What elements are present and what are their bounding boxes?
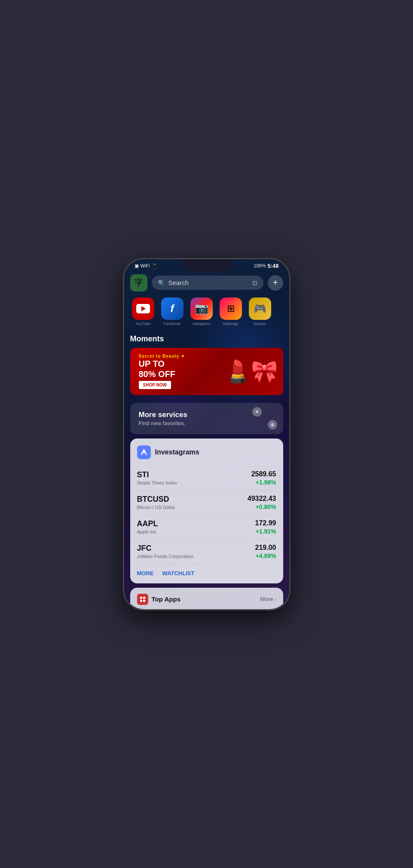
stock-row-sti[interactable]: STI Straits Times Index 2589.65 +1.98% [137, 466, 276, 491]
shortcut-label-multi: MultiApp [223, 322, 238, 326]
shortcut-label-game: Games [254, 322, 266, 326]
stock-row-jfc[interactable]: JFC Jollibee Foods Corporation 219.00 +4… [137, 540, 276, 564]
dot-4 [143, 600, 145, 602]
scan-icon[interactable]: ⊡ [252, 279, 257, 286]
shortcut-item-multi[interactable]: ⊞ MultiApp [218, 298, 244, 326]
more-services-card[interactable]: ✕ ⊕ More services Find new favorites. [130, 403, 283, 434]
aapl-symbol: AAPL [137, 519, 158, 528]
banner-decoration: 💄🎀 [219, 348, 283, 395]
status-left-icons: ▣ WiFi 📱 [135, 263, 158, 269]
top-apps-title: Top Apps [152, 595, 181, 603]
svg-point-0 [143, 451, 145, 453]
stock-right-sti: 2589.65 +1.98% [251, 470, 276, 486]
shortcut-item-youtube[interactable]: YouTube [130, 298, 156, 326]
watchlist-link[interactable]: WATCHLIST [162, 570, 195, 577]
shortcut-label-instagram: Instagram [193, 322, 210, 326]
moments-title: Moments [130, 334, 283, 344]
aapl-price: 172.99 [255, 519, 276, 527]
banner-main-text: UP TO80% OFF [139, 359, 185, 379]
sti-price: 2589.65 [251, 470, 276, 478]
stock-left-btcusd: BTCUSD Bitcoin / US Dollar [137, 495, 175, 510]
top-apps-left: Top Apps [137, 594, 181, 605]
stock-left-aapl: AAPL Apple Inc [137, 519, 158, 534]
top-apps-header: Top Apps More › [137, 594, 276, 605]
dot-3 [140, 600, 142, 602]
btcusd-change: +0.80% [256, 503, 276, 510]
sti-change: +1.98% [256, 479, 276, 486]
stock-left-sti: STI Straits Times Index [137, 470, 177, 485]
stock-right-jfc: 219.00 +4.89% [255, 544, 276, 559]
jfc-name: Jollibee Foods Corporation [137, 554, 193, 559]
youtube-logo [136, 304, 150, 313]
battery-indicator: 100% [254, 263, 266, 268]
instagram-camera-icon: 📷 [195, 302, 208, 315]
multi-icon: ⊞ [220, 298, 242, 320]
moments-section: Moments Secret to Beauty ✦ UP TO80% OFF … [124, 331, 289, 399]
widget-app-name: Investagrams [155, 448, 199, 456]
app-logo[interactable]: 字 [130, 274, 147, 291]
investagrams-logo-svg [140, 448, 148, 457]
facebook-f-letter: f [171, 303, 174, 315]
aapl-name: Apple Inc [137, 529, 158, 534]
facebook-icon: f [161, 298, 184, 320]
close-button[interactable]: ✕ [252, 407, 262, 417]
btcusd-price: 49322.43 [248, 495, 276, 503]
dot-1 [140, 597, 142, 599]
dot-2 [143, 597, 145, 599]
aapl-change: +1.91% [256, 528, 276, 535]
banner-decoration-emoji: 💄🎀 [224, 359, 278, 384]
stock-right-btcusd: 49322.43 +0.80% [248, 495, 276, 510]
shop-now-button[interactable]: SHOP NOW [139, 381, 171, 389]
jfc-price: 219.00 [255, 544, 276, 552]
stock-right-aapl: 172.99 +1.91% [255, 519, 276, 535]
phone-screen[interactable]: ▣ WiFi 📱 100% 5:48 字 🔍 Search ⊡ + [124, 259, 289, 609]
shortcut-label-youtube: YouTube [135, 322, 150, 326]
game-icon: 🎮 [249, 298, 271, 320]
search-bar[interactable]: 🔍 Search ⊡ [152, 276, 263, 290]
logo-character: 字 [135, 277, 143, 288]
top-apps-widget: Top Apps More › [130, 588, 283, 609]
wifi-icon: WiFi [141, 263, 150, 268]
notch [181, 259, 233, 271]
btcusd-symbol: BTCUSD [137, 495, 175, 504]
notification-icon: 📱 [152, 263, 158, 269]
more-link-arrow-icon: › [275, 597, 276, 602]
banner-tag: Secret to Beauty ✦ [139, 354, 185, 359]
sti-name: Straits Times Index [137, 480, 177, 485]
moments-banner[interactable]: Secret to Beauty ✦ UP TO80% OFF SHOP NOW… [130, 348, 283, 395]
status-time: 5:48 [267, 263, 278, 269]
dot-grid-icon [140, 597, 145, 602]
more-link-label: More [260, 596, 273, 602]
instagram-icon: 📷 [190, 298, 213, 320]
stock-left-jfc: JFC Jollibee Foods Corporation [137, 544, 193, 559]
widget-header: Investagrams [137, 445, 276, 459]
add-button[interactable]: + [268, 275, 283, 291]
sti-symbol: STI [137, 470, 177, 479]
status-right: 100% 5:48 [254, 263, 278, 269]
shortcut-label-facebook: Facebook [164, 322, 181, 326]
jfc-symbol: JFC [137, 544, 193, 553]
sim-icon: ▣ [135, 263, 139, 269]
search-icon: 🔍 [158, 279, 165, 286]
shortcuts-row: YouTube f Facebook 📷 Instagram ⊞ MultiAp… [124, 295, 289, 331]
stock-row-aapl[interactable]: AAPL Apple Inc 172.99 +1.91% [137, 515, 276, 540]
shortcut-item-game[interactable]: 🎮 Games [247, 298, 273, 326]
youtube-play-triangle [141, 306, 146, 311]
youtube-icon [132, 298, 154, 320]
top-apps-more-link[interactable]: More › [260, 596, 276, 602]
widget-footer: MORE WATCHLIST [137, 570, 276, 577]
game-app-icon: 🎮 [254, 303, 266, 315]
header-row: 字 🔍 Search ⊡ + [124, 271, 289, 295]
phone-frame: ▣ WiFi 📱 100% 5:48 字 🔍 Search ⊡ + [123, 258, 291, 610]
stock-widget: Investagrams STI Straits Times Index 258… [130, 439, 283, 583]
shortcut-item-instagram[interactable]: 📷 Instagram [189, 298, 214, 326]
search-placeholder: Search [168, 279, 249, 286]
investagrams-logo [137, 445, 151, 459]
share-button[interactable]: ⊕ [268, 420, 277, 429]
more-link[interactable]: MORE [137, 570, 154, 577]
jfc-change: +4.89% [256, 552, 276, 559]
more-services-subtitle: Find new favorites. [139, 420, 275, 426]
shortcut-item-facebook[interactable]: f Facebook [159, 298, 185, 326]
banner-content: Secret to Beauty ✦ UP TO80% OFF SHOP NOW [139, 354, 185, 389]
stock-row-btcusd[interactable]: BTCUSD Bitcoin / US Dollar 49322.43 +0.8… [137, 491, 276, 515]
